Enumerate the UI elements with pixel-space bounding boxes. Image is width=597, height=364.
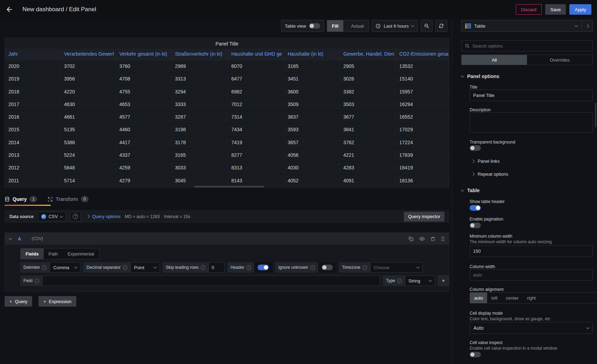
- minimum-column-width-input[interactable]: [470, 245, 593, 257]
- type-select[interactable]: String: [405, 275, 435, 286]
- info-icon[interactable]: i: [310, 265, 315, 270]
- table-cell: 5388: [61, 136, 116, 149]
- save-button[interactable]: Save: [545, 4, 566, 15]
- tab-transform-label: Transform: [56, 196, 78, 202]
- column-header[interactable]: CO2-Emissionen gesar: [396, 49, 449, 60]
- panel-options-section-header[interactable]: Panel options: [461, 74, 593, 79]
- table-view-label: Table view: [285, 23, 306, 29]
- field-field: Fieldi: [20, 275, 380, 286]
- alignment-option-center[interactable]: center: [502, 293, 523, 303]
- all-overrides-tabs: AllOverrides: [461, 55, 593, 65]
- info-icon[interactable]: i: [42, 265, 47, 270]
- skip-leading-rows-input[interactable]: [209, 262, 225, 273]
- csv-editor-tabs: FieldsPathExperimental: [20, 248, 99, 259]
- table-horizontal-scrollbar[interactable]: [194, 186, 264, 187]
- table-row: 201842204755329469823600338215957: [5, 86, 449, 98]
- options-search-input[interactable]: [472, 43, 589, 49]
- column-header[interactable]: Verkehr gesamt (in kt): [116, 49, 171, 60]
- drag-handle-icon[interactable]: [441, 236, 445, 241]
- table-cell: 7434: [228, 124, 284, 136]
- info-icon[interactable]: i: [397, 279, 402, 283]
- table-cell: 3677: [340, 111, 396, 123]
- discard-button[interactable]: Discard: [516, 4, 542, 15]
- zoom-out-button[interactable]: [421, 20, 433, 32]
- column-width-input[interactable]: [470, 269, 593, 281]
- enable-pagination-switch[interactable]: [470, 223, 481, 228]
- alignment-option-auto[interactable]: auto: [470, 293, 487, 303]
- add-field-button[interactable]: +: [438, 275, 449, 286]
- repeat-options-section[interactable]: Repeat options: [472, 172, 597, 177]
- back-button[interactable]: [6, 4, 17, 15]
- pane-splitter[interactable]: [452, 19, 452, 364]
- options-search-box[interactable]: [461, 40, 593, 51]
- time-range-picker[interactable]: Last 6 hours: [372, 20, 418, 32]
- column-header[interactable]: Haushalte und GHD ge: [228, 49, 284, 60]
- duplicate-icon[interactable]: [408, 236, 414, 241]
- column-header[interactable]: Jahr: [5, 49, 61, 60]
- table-section-header[interactable]: Table: [461, 188, 593, 193]
- column-header[interactable]: Haushalte (in kt): [284, 49, 340, 60]
- options-tab-overrides[interactable]: Overrides: [527, 55, 592, 65]
- alignment-option-right[interactable]: right: [523, 293, 540, 303]
- trash-icon[interactable]: [430, 236, 435, 241]
- show-table-header-label: Show table header: [470, 199, 597, 204]
- fill-option[interactable]: Fill: [327, 20, 344, 31]
- actual-option[interactable]: Actual: [346, 20, 368, 31]
- header-switch[interactable]: [258, 265, 269, 270]
- info-icon[interactable]: i: [246, 265, 251, 270]
- collapse-pane-button[interactable]: [582, 25, 592, 27]
- table-cell: 3165: [284, 60, 340, 72]
- ignore-unknown-switch[interactable]: [322, 265, 333, 270]
- alignment-option-left[interactable]: left: [487, 293, 501, 303]
- cell-display-mode-select[interactable]: Auto: [470, 322, 593, 334]
- datasource-help-button[interactable]: ?: [70, 212, 80, 221]
- panel-links-section[interactable]: Panel links: [472, 159, 597, 164]
- column-header[interactable]: Straßenverkehr (in kt): [171, 49, 228, 60]
- column-header[interactable]: Gewerbe, Handel, Dien: [340, 49, 396, 60]
- datasource-picker[interactable]: CSV: [38, 212, 66, 221]
- add-query-button[interactable]: +Query: [5, 296, 32, 307]
- editor-tab-fields[interactable]: Fields: [21, 248, 44, 259]
- visualization-picker[interactable]: Table: [461, 20, 593, 32]
- refresh-button[interactable]: [435, 20, 447, 32]
- table-cell: 5135: [61, 124, 116, 136]
- info-icon[interactable]: i: [123, 265, 127, 270]
- editor-tab-path[interactable]: Path: [44, 248, 63, 259]
- editor-tab-experimental[interactable]: Experimental: [63, 248, 99, 259]
- column-header[interactable]: Verarbeitendes Gewerl: [61, 49, 116, 60]
- eye-icon[interactable]: [419, 236, 425, 241]
- query-inspector-button[interactable]: Query inspector: [404, 212, 444, 222]
- query-options-toggle[interactable]: Query options: [87, 214, 120, 219]
- transparent-background-switch[interactable]: [470, 145, 481, 151]
- page-title: New dashboard / Edit Panel: [22, 6, 96, 13]
- panel-title-input[interactable]: [470, 90, 593, 101]
- collapse-chevron-icon[interactable]: [9, 237, 12, 240]
- table-cell: 3509: [284, 98, 340, 111]
- cell-value-inspect-switch[interactable]: [470, 352, 481, 357]
- table-cell: 3045: [171, 175, 228, 187]
- sidebar-scrollbar[interactable]: [595, 103, 596, 127]
- description-textarea[interactable]: [470, 112, 593, 133]
- field-input[interactable]: [42, 275, 380, 286]
- decimal-separator-field: Decimal separatori Point: [83, 262, 160, 273]
- description-label: Description: [470, 107, 597, 112]
- datasource-label: Data source: [9, 214, 34, 219]
- table-cell: 18136: [396, 175, 449, 187]
- add-expression-button[interactable]: +Expression: [38, 296, 76, 307]
- header-label: Header: [231, 265, 244, 270]
- tab-transform[interactable]: Transform 0: [48, 196, 88, 202]
- zoom-out-icon: [424, 23, 429, 29]
- show-table-header-switch[interactable]: [470, 205, 481, 211]
- options-tab-all[interactable]: All: [462, 55, 527, 65]
- tab-query[interactable]: Query 1: [5, 196, 37, 202]
- info-icon[interactable]: i: [201, 265, 205, 270]
- delimiter-select[interactable]: Comma: [50, 262, 80, 273]
- table-view-switch[interactable]: [309, 23, 320, 29]
- timezone-select[interactable]: Choose: [370, 262, 423, 273]
- info-icon[interactable]: i: [363, 265, 367, 270]
- info-icon[interactable]: i: [35, 279, 39, 283]
- timezone-label: Timezone: [342, 265, 360, 270]
- query-row-header[interactable]: A (CSV): [5, 233, 449, 245]
- decimal-separator-select[interactable]: Point: [131, 262, 160, 273]
- apply-button[interactable]: Apply: [569, 4, 591, 15]
